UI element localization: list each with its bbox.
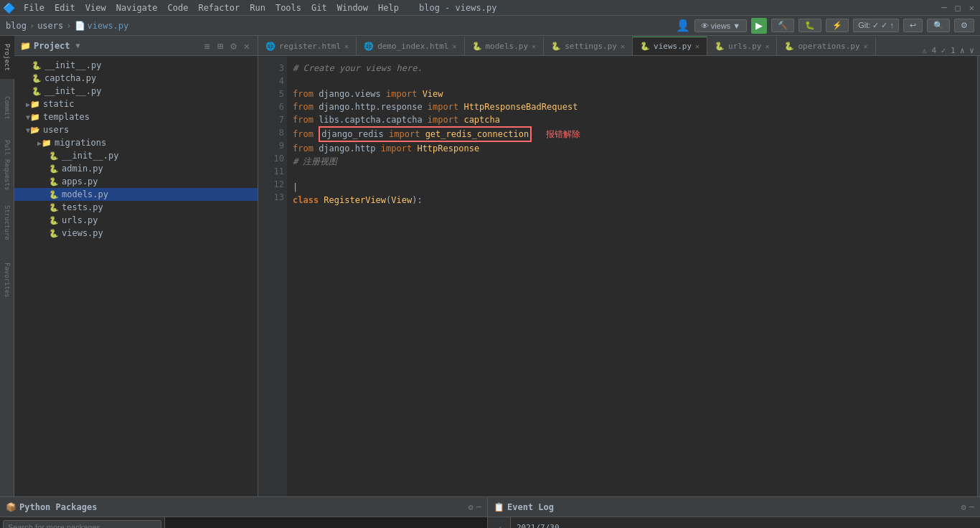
minimize-btn[interactable]: ─ [938, 3, 949, 13]
tab-register-html[interactable]: 🌐 register.html ✕ [258, 37, 357, 55]
undo-button[interactable]: ↩ [903, 19, 923, 32]
collapse-all-icon[interactable]: ≡ [202, 39, 212, 52]
views-icon: 👁 [701, 22, 709, 30]
views-dropdown[interactable]: 👁 views ▼ [694, 19, 747, 32]
menu-bar: 🔷 File Edit View Navigate Code Refactor … [0, 0, 980, 16]
tab-bar: 🌐 register.html ✕ 🌐 demo_index.html ✕ 🐍 … [258, 36, 980, 56]
tab-views[interactable]: 🐍 views.py ✕ [633, 37, 707, 55]
tab-icon: 🐍 [784, 42, 794, 51]
run-button[interactable]: ▶ [751, 18, 767, 34]
py-file-icon: 🐍 [49, 216, 59, 225]
debug-button[interactable]: 🐛 [798, 19, 821, 32]
tree-item-users-init[interactable]: 🐍 __init__.py [14, 149, 258, 162]
tree-item-captcha[interactable]: 🐍 captcha.py [14, 72, 258, 85]
settings-button[interactable]: ⚙ [954, 19, 974, 32]
py-file-icon: 🐍 [49, 151, 59, 161]
menu-view[interactable]: View [81, 1, 110, 14]
line-numbers: 3 4 5 6 7 8 9 10 11 12 13 [258, 56, 287, 496]
layout-icon[interactable]: ⊞ [215, 39, 225, 52]
menu-help[interactable]: Help [374, 1, 403, 14]
sidebar-tab-project[interactable]: Project [0, 36, 14, 79]
breadcrumb-blog[interactable]: blog [6, 21, 27, 31]
panel-dropdown-icon[interactable]: ▼ [76, 42, 80, 50]
search-button[interactable]: 🔍 [927, 19, 950, 32]
tab-models[interactable]: 🐍 models.py ✕ [465, 37, 545, 55]
main-layout: Project Commit Pull Requests Structure F… [0, 36, 980, 496]
folder-icon: 📂 [30, 126, 40, 135]
menu-run[interactable]: Run [245, 1, 270, 14]
breadcrumb-users[interactable]: users [37, 21, 63, 31]
file-tree: 🐍 __init__.py 🐍 captcha.py 🐍 __init__.py… [14, 56, 258, 496]
minimize-icon[interactable]: ─ [476, 502, 481, 512]
close-tab-urls[interactable]: ✕ [765, 42, 769, 50]
packages-content: ▼ Installed wheel 0.36.2 sqlparse 0.4.1 … [0, 517, 487, 528]
tree-item-models[interactable]: 🐍 models.py [14, 188, 258, 201]
menu-tools[interactable]: Tools [271, 1, 306, 14]
sidebar-tab-favorites[interactable]: Favorites [0, 258, 14, 301]
menu-refactor[interactable]: Refactor [194, 1, 244, 14]
tree-item-apps[interactable]: 🐍 apps.py [14, 175, 258, 188]
package-detail: django-redis 5.0.0 ⋮ Redis cache backend… [165, 517, 487, 528]
py-file-icon: 🐍 [49, 229, 59, 238]
tab-icon: 🌐 [265, 42, 275, 51]
settings-icon[interactable]: ⚙ [468, 502, 473, 512]
git-button[interactable]: Git: ✓ ✓ ↑ [853, 19, 899, 32]
sidebar-tab-pull[interactable]: Pull Requests [0, 136, 14, 194]
tab-demo-html[interactable]: 🌐 demo_index.html ✕ [357, 37, 464, 55]
tree-item-migrations[interactable]: ▶ 📁 migrations [14, 136, 258, 149]
user-icon[interactable]: 👤 [676, 19, 690, 32]
code-line-9: from django.http import HttpResponse [293, 142, 971, 155]
settings-icon[interactable]: ⚙ [961, 502, 966, 512]
tree-item-init2[interactable]: 🐍 __init__.py [14, 85, 258, 98]
menu-window[interactable]: Window [333, 1, 372, 14]
menu-edit[interactable]: Edit [50, 1, 80, 14]
editor-content[interactable]: 3 4 5 6 7 8 9 10 11 12 13 # Create your … [258, 56, 980, 496]
tree-item-templates[interactable]: ▼ 📁 templates [14, 110, 258, 123]
build-button[interactable]: 🔨 [771, 19, 794, 32]
tree-item-admin[interactable]: 🐍 admin.py [14, 162, 258, 175]
breadcrumb-views[interactable]: 📄views.py [75, 21, 129, 31]
maximize-btn[interactable]: □ [953, 3, 963, 13]
code-line-12: | [293, 181, 971, 194]
close-tab-settings[interactable]: ✕ [621, 42, 625, 50]
packages-header: 📦 Python Packages ⚙ ─ [0, 497, 487, 517]
packages-title: Python Packages [19, 502, 97, 512]
close-btn[interactable]: ✕ [966, 3, 977, 13]
tree-item-users[interactable]: ▼ 📂 users [14, 123, 258, 136]
folder-icon: 📁 [30, 113, 40, 122]
tab-icon: 🌐 [364, 42, 374, 51]
tab-operations[interactable]: 🐍 operations.py ✕ [777, 37, 875, 55]
settings-icon[interactable]: ⚙ [228, 39, 238, 52]
close-tab-register[interactable]: ✕ [344, 42, 349, 50]
code-line-11 [293, 168, 971, 181]
menu-file[interactable]: File [19, 1, 49, 14]
close-tab-demo[interactable]: ✕ [452, 42, 456, 50]
menu-git[interactable]: Git [307, 1, 331, 14]
close-tab-operations[interactable]: ✕ [864, 42, 868, 50]
tab-icon: 🐍 [715, 42, 725, 51]
close-tab-models[interactable]: ✕ [532, 42, 536, 50]
tab-urls[interactable]: 🐍 urls.py ✕ [707, 37, 777, 55]
tab-settings[interactable]: 🐍 settings.py ✕ [544, 37, 633, 55]
event-log-content: 2021/7/30 16:42 Packages installed succe… [511, 517, 980, 528]
code-editor[interactable]: # Create your views here. from django.vi… [287, 56, 977, 496]
menu-code[interactable]: Code [164, 1, 193, 14]
tree-item-init1[interactable]: 🐍 __init__.py [14, 59, 258, 72]
coverage-button[interactable]: ⚡ [826, 19, 849, 32]
event-log-title: Event Log [507, 502, 554, 512]
close-panel-icon[interactable]: ✕ [242, 39, 252, 52]
panel-header: 📁 Project ▼ ≡ ⊞ ⚙ ✕ [14, 36, 258, 56]
menu-navigate[interactable]: Navigate [112, 1, 162, 14]
tree-item-tests[interactable]: 🐍 tests.py [14, 201, 258, 214]
sidebar-tab-commit[interactable]: Commit [0, 86, 14, 129]
code-line-10: # 注册视图 [293, 155, 971, 168]
log-check-icon[interactable]: ✓ [496, 523, 501, 528]
sidebar-tab-structure[interactable]: Structure [0, 201, 14, 244]
tree-item-views[interactable]: 🐍 views.py [14, 227, 258, 240]
close-tab-views[interactable]: ✕ [695, 42, 699, 50]
tree-item-urls[interactable]: 🐍 urls.py [14, 214, 258, 227]
code-line-3: # Create your views here. [293, 62, 971, 75]
packages-search-input[interactable] [3, 520, 161, 528]
tree-item-static[interactable]: ▶ 📁 static [14, 98, 258, 110]
minimize-icon[interactable]: ─ [969, 502, 974, 512]
